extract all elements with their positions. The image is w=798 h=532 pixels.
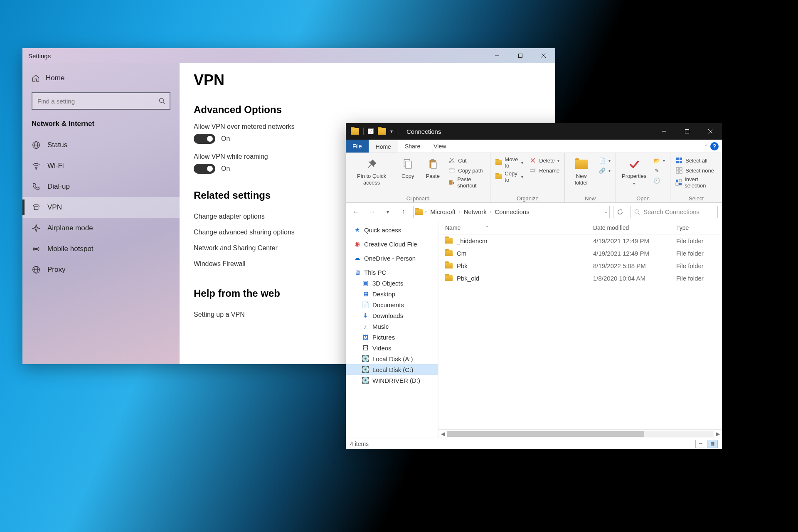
tree-desktop[interactable]: 🖥Desktop bbox=[346, 288, 438, 299]
file-row[interactable]: Pbk_old 1/8/2020 10:04 AM File folder bbox=[438, 272, 722, 284]
ribbon-select-all[interactable]: Select all bbox=[674, 155, 719, 165]
ribbon-properties[interactable]: Properties▾ bbox=[619, 155, 649, 188]
tree-pictures[interactable]: 🖼Pictures bbox=[346, 332, 438, 342]
videos-icon: 🎞 bbox=[362, 344, 369, 352]
ribbon-new-item[interactable]: 📄▾ bbox=[597, 155, 612, 165]
forward-button[interactable]: → bbox=[366, 206, 378, 218]
tree-creative-cloud[interactable]: ◉Creative Cloud File bbox=[346, 239, 438, 249]
close-button[interactable] bbox=[699, 123, 722, 140]
downloads-icon: ⬇ bbox=[362, 312, 369, 319]
breadcrumb-seg[interactable]: Microsoft bbox=[429, 208, 457, 215]
home-nav[interactable]: Home bbox=[22, 68, 180, 88]
breadcrumb[interactable]: « Microsoft› Network› Connections ⌄ bbox=[413, 206, 610, 218]
tree-disk-a[interactable]: 💽Local Disk (A:) bbox=[346, 353, 438, 364]
view-icons-button[interactable]: ▦ bbox=[707, 440, 718, 448]
menu-view[interactable]: View bbox=[427, 140, 453, 153]
tree-videos[interactable]: 🎞Videos bbox=[346, 342, 438, 353]
sidebar-item-status[interactable]: Status bbox=[22, 135, 180, 155]
sidebar-item-dialup[interactable]: Dial-up bbox=[22, 176, 180, 197]
sidebar-item-wifi[interactable]: Wi-Fi bbox=[22, 155, 180, 176]
menu-share[interactable]: Share bbox=[398, 140, 427, 153]
music-icon: ♪ bbox=[362, 323, 369, 330]
toggle-roaming[interactable] bbox=[194, 164, 215, 174]
ribbon-easy-access[interactable]: 🔗▾ bbox=[597, 165, 612, 175]
maximize-button[interactable] bbox=[509, 48, 532, 63]
ribbon-select-none[interactable]: Select none bbox=[674, 165, 719, 175]
tree-documents[interactable]: 📄Documents bbox=[346, 299, 438, 310]
sidebar-item-vpn[interactable]: VPN bbox=[22, 197, 180, 218]
ribbon-paste-shortcut[interactable]: Paste shortcut bbox=[446, 175, 487, 190]
tree-music[interactable]: ♪Music bbox=[346, 321, 438, 332]
sidebar-item-label: Proxy bbox=[47, 266, 65, 274]
maximize-button[interactable] bbox=[675, 123, 699, 140]
col-name[interactable]: Name bbox=[445, 224, 461, 231]
ribbon-paste[interactable]: Paste bbox=[421, 155, 444, 181]
tree-disk-d[interactable]: 💽WINDRIVER (D:) bbox=[346, 375, 438, 386]
ribbon-invert-selection[interactable]: Invert selection bbox=[674, 175, 719, 190]
close-button[interactable] bbox=[532, 48, 555, 63]
ribbon-new-folder[interactable]: New folder bbox=[568, 155, 594, 187]
sidebar-item-hotspot[interactable]: Mobile hotspot bbox=[22, 239, 180, 259]
help-icon[interactable]: ? bbox=[710, 142, 719, 150]
tree-onedrive[interactable]: ☁OneDrive - Person bbox=[346, 253, 438, 264]
folder-icon bbox=[445, 263, 453, 268]
svg-rect-1 bbox=[519, 54, 522, 58]
back-button[interactable]: ← bbox=[350, 206, 362, 218]
ribbon-history[interactable]: 🕘 bbox=[651, 175, 667, 185]
refresh-button[interactable] bbox=[613, 206, 627, 218]
sidebar-item-proxy[interactable]: Proxy bbox=[22, 259, 180, 280]
search-input[interactable] bbox=[32, 92, 170, 110]
ribbon-pin-quick-access[interactable]: Pin to Quick access bbox=[349, 155, 394, 187]
up-button[interactable]: ↑ bbox=[397, 206, 410, 218]
ribbon-copy-to[interactable]: Copy to▾ bbox=[494, 170, 525, 184]
ribbon-cut[interactable]: Cut bbox=[446, 155, 487, 165]
ribbon-rename[interactable]: Rename bbox=[527, 165, 561, 175]
edit-icon: ✎ bbox=[653, 167, 660, 174]
explorer-search[interactable]: Search Connections bbox=[631, 206, 718, 218]
globe-icon bbox=[32, 140, 41, 150]
ribbon-delete[interactable]: Delete▾ bbox=[527, 155, 561, 165]
view-details-button[interactable]: ☰ bbox=[695, 440, 706, 448]
file-row[interactable]: Cm 4/19/2021 12:49 PM File folder bbox=[438, 247, 722, 259]
tree-quick-access[interactable]: ★Quick access bbox=[346, 224, 438, 235]
sidebar-item-airplane[interactable]: Airplane mode bbox=[22, 218, 180, 239]
file-row[interactable]: Pbk 8/19/2022 5:08 PM File folder bbox=[438, 259, 722, 272]
tree-downloads[interactable]: ⬇Downloads bbox=[346, 310, 438, 321]
file-row[interactable]: _hiddencm 4/19/2021 12:49 PM File folder bbox=[438, 234, 722, 247]
ribbon-copy[interactable]: Copy bbox=[397, 155, 419, 181]
col-type[interactable]: Type bbox=[676, 224, 722, 231]
settings-titlebar[interactable]: Settings bbox=[22, 48, 555, 63]
toggle-metered[interactable] bbox=[194, 134, 215, 144]
tree-this-pc[interactable]: 🖥This PC bbox=[346, 267, 438, 278]
pictures-icon: 🖼 bbox=[362, 333, 369, 341]
svg-rect-22 bbox=[431, 162, 437, 168]
svg-rect-34 bbox=[676, 161, 679, 163]
horizontal-scrollbar[interactable]: ◀ ▶ bbox=[438, 429, 722, 438]
ribbon-open[interactable]: 📂▾ bbox=[651, 155, 667, 165]
phone-icon bbox=[32, 182, 41, 191]
breadcrumb-seg[interactable]: Connections bbox=[493, 208, 531, 215]
ribbon-edit[interactable]: ✎ bbox=[651, 165, 667, 175]
qat-checkbox-icon[interactable]: ✓ bbox=[368, 128, 374, 134]
collapse-ribbon-icon[interactable]: ⌃ bbox=[704, 144, 708, 148]
explorer-titlebar[interactable]: ✓ ▾ Connections bbox=[346, 123, 722, 140]
column-headers[interactable]: Name⌃ Date modified Type bbox=[438, 221, 722, 234]
tree-3d-objects[interactable]: ▣3D Objects bbox=[346, 278, 438, 288]
folder-icon bbox=[445, 275, 453, 281]
ribbon-move-to[interactable]: Move to▾ bbox=[494, 155, 525, 170]
minimize-button[interactable] bbox=[652, 123, 675, 140]
folder-icon bbox=[351, 128, 359, 135]
svg-point-9 bbox=[36, 168, 37, 169]
history-icon: 🕘 bbox=[653, 177, 660, 184]
minimize-button[interactable] bbox=[485, 48, 509, 63]
breadcrumb-seg[interactable]: Network bbox=[462, 208, 488, 215]
folder-tree[interactable]: ★Quick access ◉Creative Cloud File ☁OneD… bbox=[346, 221, 438, 438]
settings-search[interactable] bbox=[32, 92, 170, 110]
tree-disk-c[interactable]: 💽Local Disk (C:) bbox=[346, 364, 438, 375]
col-date[interactable]: Date modified bbox=[593, 224, 676, 231]
menu-home[interactable]: Home bbox=[369, 140, 398, 153]
menu-file[interactable]: File bbox=[346, 140, 369, 153]
recent-locations-button[interactable]: ▾ bbox=[382, 206, 394, 218]
ribbon-copy-path[interactable]: Copy path bbox=[446, 165, 487, 175]
rename-icon bbox=[529, 167, 537, 174]
